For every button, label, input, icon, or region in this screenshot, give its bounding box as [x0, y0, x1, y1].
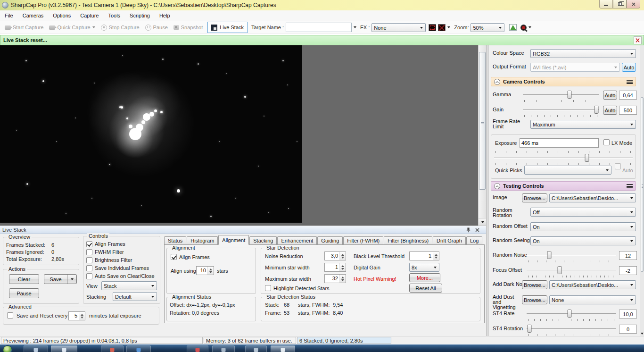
- image-browse-button[interactable]: Browse...: [522, 193, 547, 202]
- highlight-stars-checkbox[interactable]: [265, 285, 271, 291]
- scrollbar-thumb[interactable]: [479, 52, 486, 190]
- checkbox[interactable]: [86, 249, 92, 255]
- scrollbar-thumb[interactable]: [641, 97, 644, 272]
- checkbox[interactable]: [86, 273, 92, 279]
- focus-offset-slider[interactable]: [527, 266, 616, 275]
- lx-mode-checkbox[interactable]: [603, 139, 610, 145]
- taskbar-item[interactable]: [101, 345, 124, 352]
- spinner-arrows-icon[interactable]: [79, 312, 85, 320]
- spinner-arrows-icon[interactable]: [339, 275, 346, 283]
- collapse-icon[interactable]: [494, 183, 500, 189]
- tab-alignment[interactable]: Alignment: [218, 235, 249, 245]
- st4-rotation-value[interactable]: 0: [619, 325, 637, 334]
- slider-thumb[interactable]: [585, 154, 589, 162]
- more-button[interactable]: More...: [409, 273, 440, 282]
- target-name-dropdown[interactable]: [352, 23, 358, 32]
- menu-scripting[interactable]: Scripting: [125, 10, 155, 21]
- camera-controls-header[interactable]: Camera Controls: [491, 77, 636, 86]
- live-stack-button[interactable]: Live Stack: [207, 22, 248, 33]
- zoom-select[interactable]: 50%: [471, 23, 504, 32]
- spinner-arrows-icon[interactable]: [339, 252, 346, 260]
- save-reset-checkbox[interactable]: [7, 312, 13, 318]
- random-rotation-select[interactable]: Off: [530, 208, 636, 217]
- pin-icon[interactable]: [466, 227, 471, 233]
- gain-slider[interactable]: [523, 106, 599, 114]
- magnifier-button[interactable]: [520, 25, 527, 31]
- checkbox[interactable]: [86, 241, 92, 247]
- spinner-arrows-icon[interactable]: [433, 252, 439, 260]
- tab-stacking[interactable]: Stacking: [249, 236, 277, 245]
- viewer-vertical-scrollbar[interactable]: [478, 45, 486, 226]
- slider-thumb[interactable]: [594, 106, 598, 114]
- slider-thumb[interactable]: [567, 91, 571, 99]
- max-star-width-spinner[interactable]: 32: [324, 274, 346, 283]
- taskbar-item[interactable]: [24, 345, 48, 352]
- random-seeing-select[interactable]: On: [530, 236, 636, 245]
- tab-filter-fwhm[interactable]: Filter (FWHM): [343, 236, 383, 245]
- colour-space-select[interactable]: RGB32: [530, 49, 636, 58]
- section-menu-icon[interactable]: [627, 184, 633, 188]
- random-noise-slider[interactable]: [527, 251, 616, 260]
- quick-capture-button[interactable]: Quick Capture: [46, 22, 98, 33]
- fx-select[interactable]: None: [372, 23, 426, 32]
- magnifier-dropdown[interactable]: [527, 23, 533, 32]
- tab-filter-brightness[interactable]: Filter (Brightness): [384, 236, 432, 245]
- taskbar-item[interactable]: [271, 345, 295, 352]
- align-frames-checkbox[interactable]: [171, 254, 177, 260]
- tab-guiding[interactable]: Guiding: [317, 236, 343, 245]
- min-star-width-spinner[interactable]: 1: [324, 263, 346, 272]
- testing-controls-header[interactable]: Testing Controls: [491, 181, 636, 191]
- gain-auto-button[interactable]: Auto: [603, 106, 617, 115]
- slider-thumb[interactable]: [568, 310, 572, 318]
- restore-button[interactable]: [613, 0, 627, 8]
- reset-all-button[interactable]: Reset All: [409, 284, 442, 293]
- minimize-button[interactable]: [599, 0, 613, 8]
- black-level-spinner[interactable]: 1: [409, 251, 439, 260]
- menu-help[interactable]: Help: [155, 10, 175, 21]
- st4-rate-slider[interactable]: [527, 310, 616, 318]
- taskbar-item[interactable]: [126, 345, 151, 352]
- spinner-arrows-icon[interactable]: [339, 263, 346, 271]
- menu-capture[interactable]: Capture: [75, 10, 103, 21]
- image-select[interactable]: C:\Users\Sebastien\Deskto...: [549, 193, 636, 202]
- target-name-input[interactable]: [286, 23, 352, 32]
- gamma-slider[interactable]: [523, 91, 599, 99]
- save-button[interactable]: Save: [44, 274, 67, 284]
- pause-button[interactable]: Pause: [142, 22, 171, 33]
- frame-rate-select[interactable]: Maximum: [530, 120, 636, 129]
- dark-noise-browse-button[interactable]: Browse...: [522, 280, 547, 289]
- menu-file[interactable]: File: [0, 10, 18, 21]
- slider-thumb[interactable]: [558, 266, 562, 274]
- stacking-select[interactable]: Default: [113, 292, 157, 301]
- menu-tools[interactable]: Tools: [103, 10, 125, 21]
- collapse-icon[interactable]: [494, 79, 500, 85]
- reset-minutes-spinner[interactable]: 5: [68, 311, 85, 320]
- stop-capture-button[interactable]: Stop Capture: [98, 22, 142, 33]
- align-stars-spinner[interactable]: 10: [196, 266, 214, 275]
- histogram-button[interactable]: [509, 24, 517, 31]
- scroll-down-button[interactable]: [479, 218, 486, 226]
- st4-rotation-slider[interactable]: [527, 325, 616, 333]
- panel-close-icon[interactable]: [475, 227, 480, 233]
- taskbar-item[interactable]: [51, 345, 77, 352]
- tab-enhancement[interactable]: Enhancement: [277, 236, 317, 245]
- gamma-value[interactable]: 0,64: [619, 91, 637, 100]
- gain-value[interactable]: 500: [619, 106, 637, 115]
- st4-rate-value[interactable]: 10,0: [619, 310, 637, 318]
- crosshair-button[interactable]: [438, 24, 446, 31]
- quick-picks-select[interactable]: [524, 166, 611, 175]
- tab-drift-graph[interactable]: Drift Graph: [433, 236, 466, 245]
- gamma-auto-button[interactable]: Auto: [603, 91, 617, 100]
- output-format-select[interactable]: AVI files (*.avi): [530, 63, 620, 72]
- menu-options[interactable]: Options: [48, 10, 75, 21]
- tab-status[interactable]: Status: [164, 236, 186, 245]
- start-button[interactable]: [3, 345, 12, 352]
- snapshot-button[interactable]: Snapshot: [171, 22, 206, 33]
- notification-close-button[interactable]: [634, 36, 642, 44]
- scroll-down-button[interactable]: [640, 331, 644, 336]
- slider-thumb[interactable]: [527, 325, 531, 333]
- noise-reduction-spinner[interactable]: 3,0: [324, 251, 346, 260]
- focus-offset-value[interactable]: -2: [619, 266, 637, 275]
- taskbar-item[interactable]: [187, 345, 208, 352]
- menu-cameras[interactable]: Cameras: [18, 10, 49, 21]
